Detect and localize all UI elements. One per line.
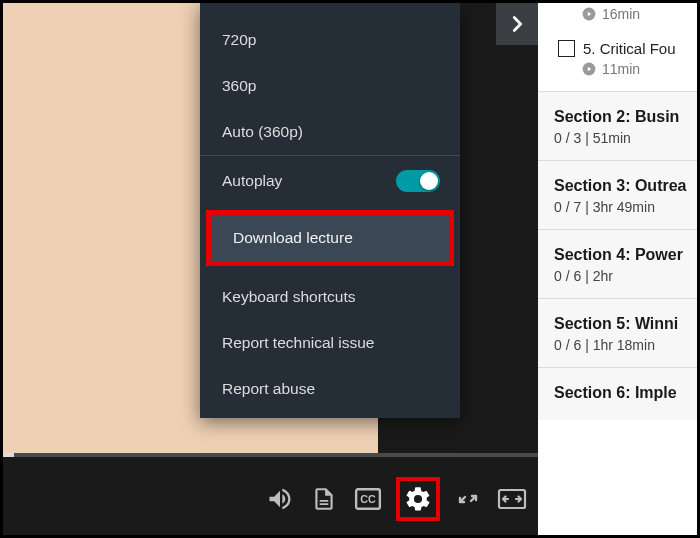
download-lecture-highlight: Download lecture (206, 210, 454, 266)
section-title: Section 3: Outrea (554, 177, 692, 195)
section-header[interactable]: Section 6: Imple (538, 367, 700, 420)
quality-option-auto[interactable]: Auto (360p) (200, 109, 460, 155)
progress-fill (0, 453, 14, 457)
volume-icon[interactable] (264, 483, 296, 515)
autoplay-toggle[interactable] (396, 170, 440, 192)
fullscreen-icon[interactable] (452, 483, 484, 515)
progress-bar[interactable] (0, 453, 538, 457)
download-lecture[interactable]: Download lecture (211, 215, 449, 261)
chevron-right-icon (506, 13, 528, 35)
lesson-title: 5. Critical Fou (583, 40, 676, 57)
keyboard-shortcuts[interactable]: Keyboard shortcuts (200, 274, 460, 320)
section-title: Section 5: Winni (554, 315, 692, 333)
section-header[interactable]: Section 3: Outrea 0 / 7 | 3hr 49min (538, 160, 700, 229)
settings-button-highlight (396, 477, 440, 521)
autoplay-toggle-row[interactable]: Autoplay (200, 156, 460, 206)
section-meta: 0 / 6 | 1hr 18min (554, 337, 692, 353)
collapse-sidebar-button[interactable] (496, 3, 538, 45)
lesson-checkbox[interactable] (558, 40, 575, 57)
settings-menu: 720p 360p Auto (360p) Autoplay Download … (200, 3, 460, 418)
quality-option-360p[interactable]: 360p (200, 63, 460, 109)
lesson-duration: 11min (602, 61, 640, 77)
section-header[interactable]: Section 2: Busin 0 / 3 | 51min (538, 91, 700, 160)
autoplay-label: Autoplay (222, 172, 282, 190)
player-controls: CC (0, 474, 538, 524)
captions-icon[interactable]: CC (352, 483, 384, 515)
expand-icon[interactable] (496, 483, 528, 515)
play-icon (582, 7, 596, 21)
play-icon (582, 62, 596, 76)
section-meta: 0 / 7 | 3hr 49min (554, 199, 692, 215)
section-meta: 0 / 3 | 51min (554, 130, 692, 146)
quality-option-720p[interactable]: 720p (200, 17, 460, 63)
report-technical-issue[interactable]: Report technical issue (200, 320, 460, 366)
report-abuse[interactable]: Report abuse (200, 366, 460, 418)
lesson-meta: 11min (538, 59, 700, 91)
gear-icon[interactable] (404, 483, 432, 515)
transcript-icon[interactable] (308, 483, 340, 515)
section-title: Section 6: Imple (554, 384, 692, 402)
svg-text:CC: CC (360, 493, 376, 505)
section-meta: 0 / 6 | 2hr (554, 268, 692, 284)
lesson-duration: 16min (602, 6, 640, 22)
section-title: Section 2: Busin (554, 108, 692, 126)
course-sidebar: 16min 5. Critical Fou 11min Section 2: B… (538, 0, 700, 538)
section-title: Section 4: Power (554, 246, 692, 264)
section-header[interactable]: Section 4: Power 0 / 6 | 2hr (538, 229, 700, 298)
lesson-meta: 16min (538, 0, 700, 36)
section-header[interactable]: Section 5: Winni 0 / 6 | 1hr 18min (538, 298, 700, 367)
lesson-item[interactable]: 5. Critical Fou (538, 36, 700, 59)
